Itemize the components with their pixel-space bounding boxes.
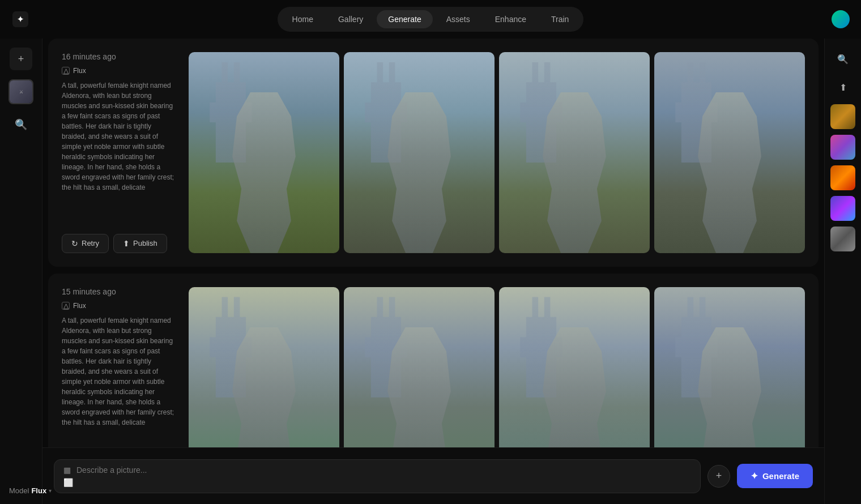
prompt-container: ▦ ⬜ (54, 459, 701, 493)
generate-button-label: Generate (762, 471, 799, 481)
card-1-retry-button[interactable]: ↻ Retry (62, 234, 109, 253)
card-1-model-badge: △ Flux (62, 67, 175, 75)
card-1-model-label: Flux (73, 67, 86, 75)
right-sidebar: 🔍 ⬆ (824, 39, 861, 504)
bottom-bar: ▦ ⬜ + ✦ Generate (42, 447, 824, 504)
logo[interactable]: ✦ (11, 10, 29, 28)
generate-sparkle-icon: ✦ (751, 471, 758, 481)
left-sidebar: + ⚔ 🔍 (0, 39, 42, 504)
card-1-publish-button[interactable]: ⬆ Publish (113, 234, 167, 253)
card-1-meta: 16 minutes ago △ Flux A tall, powerful f… (62, 52, 175, 253)
retry-icon: ↻ (71, 239, 78, 248)
model-prefix: Model (9, 486, 29, 495)
chevron-down-icon: ▾ (49, 488, 52, 494)
prompt-input[interactable] (76, 465, 691, 475)
right-thumb-4[interactable] (830, 196, 855, 221)
tab-home[interactable]: Home (281, 10, 325, 28)
search-button[interactable]: 🔍 (10, 113, 32, 136)
prompt-calendar-icon: ▦ (63, 465, 71, 475)
right-search-button[interactable]: 🔍 (832, 48, 854, 70)
right-thumb-5[interactable] (830, 227, 855, 251)
right-thumb-2[interactable] (830, 135, 855, 160)
main-content: 16 minutes ago △ Flux A tall, powerful f… (42, 39, 824, 504)
card-1-publish-label: Publish (133, 239, 157, 247)
flux-icon: △ (62, 67, 70, 75)
prompt-copy-icon[interactable]: ⬜ (63, 478, 73, 487)
model-name: Flux (31, 486, 46, 495)
card-1-image-grid (189, 52, 805, 253)
tab-train[interactable]: Train (540, 10, 580, 28)
right-thumb-3[interactable] (830, 165, 855, 190)
top-nav: ✦ Home Gallery Generate Assets Enhance T… (0, 0, 861, 39)
card-1-image-4[interactable] (654, 52, 805, 253)
logo-icon: ✦ (12, 11, 28, 27)
card-1-image-1[interactable] (189, 52, 339, 253)
tab-gallery[interactable]: Gallery (327, 10, 374, 28)
generate-button[interactable]: ✦ Generate (737, 464, 813, 488)
add-image-button[interactable]: + (707, 465, 730, 488)
card-2-model-badge: △ Flux (62, 302, 175, 310)
right-share-button[interactable]: ⬆ (832, 76, 854, 99)
user-avatar[interactable] (832, 10, 850, 28)
card-1-retry-label: Retry (82, 239, 99, 247)
model-selector[interactable]: Model Flux ▾ (9, 486, 52, 495)
card-2-timestamp: 15 minutes ago (62, 287, 175, 296)
flux-icon-2: △ (62, 302, 70, 310)
prompt-top-row: ▦ (63, 465, 691, 475)
card-1-actions: ↻ Retry ⬆ Publish (62, 228, 175, 253)
tab-generate[interactable]: Generate (377, 10, 432, 28)
project-thumbnail-1[interactable]: ⚔ (8, 79, 33, 104)
add-project-button[interactable]: + (10, 48, 32, 70)
card-1-image-3[interactable] (499, 52, 650, 253)
card-1-description: A tall, powerful female knight named Ald… (62, 80, 175, 223)
tab-enhance[interactable]: Enhance (484, 10, 538, 28)
card-2-description: A tall, powerful female knight named Ald… (62, 315, 175, 458)
right-thumb-1[interactable] (830, 104, 855, 129)
tab-assets[interactable]: Assets (435, 10, 481, 28)
nav-tab-group: Home Gallery Generate Assets Enhance Tra… (278, 7, 584, 32)
generation-card-1: 16 minutes ago △ Flux A tall, powerful f… (48, 39, 819, 267)
prompt-bottom-row: ⬜ (63, 478, 691, 487)
card-2-model-label: Flux (73, 302, 86, 310)
publish-icon: ⬆ (123, 239, 130, 248)
card-1-image-2[interactable] (344, 52, 495, 253)
card-1-timestamp: 16 minutes ago (62, 52, 175, 61)
